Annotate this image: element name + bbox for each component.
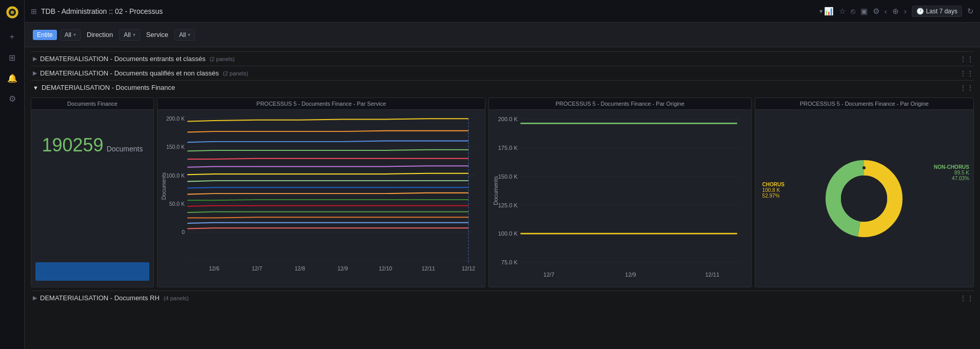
chevron-right-icon-4: ▶ [33,295,37,301]
chart-origine-title: PROCESSUS 5 - Documents Finance - Par Or… [489,98,751,110]
grid-icon: ⊞ [31,7,37,15]
dashboard: ▶ DEMATERIALISATION - Documents entrants… [25,47,980,349]
nonchorus-name: NON-CHORUS [934,164,969,169]
chart-origine-area: 200.0 K 175.0 K 150.0 K 125.0 K 100.0 K … [492,112,748,287]
row-header-row3[interactable]: ▼ DEMATERIALISATION - Documents Finance … [31,80,974,94]
entite-dropdown-arrow: ▾ [73,32,76,37]
row1-title: DEMATERIALISATION - Documents entrants e… [40,55,205,63]
clock-icon: 🕐 [916,8,924,15]
row4-title: DEMATERIALISATION - Documents RH [40,294,160,302]
svg-text:12/6: 12/6 [209,266,219,272]
row3-title: DEMATERIALISATION - Documents Finance [42,84,175,91]
entite-dropdown[interactable]: All ▾ [60,29,81,41]
entite-all-label: All [65,31,71,38]
settings-icon[interactable]: ⚙ [873,7,879,16]
row2-title: DEMATERIALISATION - Documents qualifiés … [40,69,219,77]
svg-text:150.0 K: 150.0 K [498,173,518,180]
chart-service-content: 200.0 K 150.0 K 100.0 K 50.0 K 0 Documen… [158,110,485,287]
refresh-icon[interactable]: ↻ [967,7,974,16]
chart-pie-panel: PROCESSUS 5 - Documents Finance - Par Or… [755,98,974,287]
row4-panel-count: (4 panels) [164,295,189,301]
chevron-right-icon-2: ▶ [33,70,37,76]
nonchorus-value: 89.5 K [934,169,969,175]
resize-handle-icon-2[interactable]: ⋮⋮ [959,69,974,77]
row2-panel-count: (2 panels) [223,70,248,76]
svg-point-2 [10,11,14,14]
filters-bar: Entite All ▾ Direction All ▾ Service All… [25,23,980,47]
donut-chart [813,147,915,250]
sidebar-item-alerts[interactable]: 🔔 [3,69,22,87]
share-icon[interactable]: ⎋ [851,7,855,15]
service-filter-label: Service [143,29,171,40]
svg-text:Documents: Documents [161,172,167,200]
sidebar-item-add[interactable]: + [3,28,22,46]
page-title: TDB - Administration :: 02 - Processus [41,7,818,15]
svg-text:12/12: 12/12 [462,266,475,272]
time-range-picker[interactable]: 🕐 Last 7 days [912,6,962,17]
entite-filter-tag[interactable]: Entite [33,30,57,40]
stat-unit: Documents [107,145,143,153]
chorus-name: CHORUS [762,181,785,187]
chorus-value: 100.8 K [762,187,785,192]
row-header-row1[interactable]: ▶ DEMATERIALISATION - Documents entrants… [31,51,974,66]
chart-icon[interactable]: 📊 [824,7,834,16]
svg-text:100.0 K: 100.0 K [166,173,185,179]
svg-text:12/9: 12/9 [338,266,348,272]
svg-text:Documents: Documents [493,176,499,205]
chevron-right-icon: ▶ [33,55,37,62]
svg-point-41 [863,166,866,169]
svg-text:0: 0 [182,229,185,235]
nonchorus-pct: 47.03% [934,175,969,181]
chorus-label: CHORUS 100.8 K 52.97% [762,181,785,198]
service-all-label: All [179,31,186,38]
chorus-pct: 52.97% [762,192,785,198]
zoom-icon[interactable]: ⊕ [892,7,899,16]
main-content: ⊞ TDB - Administration :: 02 - Processus… [25,0,980,349]
donut-container: CHORUS 100.8 K 52.97% NON-CHORUS 89.5 K … [757,112,971,285]
row-header-row4[interactable]: ▶ DEMATERIALISATION - Documents RH (4 pa… [31,290,974,305]
svg-text:12/11: 12/11 [422,266,435,272]
stat-panel: Documents Finance 190259Documents [31,98,154,287]
chart-service-area: 200.0 K 150.0 K 100.0 K 50.0 K 0 Documen… [161,112,482,287]
direction-dropdown-arrow: ▾ [133,32,135,37]
sidebar-item-settings[interactable]: ⚙ [3,89,22,108]
next-nav-icon[interactable]: › [904,7,907,15]
app-logo[interactable] [4,4,21,21]
svg-text:200.0 K: 200.0 K [498,116,518,122]
star-icon[interactable]: ☆ [839,7,846,16]
resize-handle-icon-3[interactable]: ⋮⋮ [959,84,974,92]
sidebar-item-dashboards[interactable]: ⊞ [3,48,22,67]
svg-text:12/10: 12/10 [379,266,392,272]
stat-panel-content: 190259Documents [31,110,153,287]
chart-pie-content: CHORUS 100.8 K 52.97% NON-CHORUS 89.5 K … [755,110,973,287]
chevron-down-icon: ▼ [33,85,38,91]
panel-icon[interactable]: ▣ [860,7,868,16]
resize-handle-icon[interactable]: ⋮⋮ [959,55,974,63]
stat-sparkline [35,262,149,281]
svg-text:12/11: 12/11 [705,272,720,278]
chart-origine-content: 200.0 K 175.0 K 150.0 K 125.0 K 100.0 K … [489,110,751,287]
nonchorus-label: NON-CHORUS 89.5 K 47.03% [934,164,969,181]
row-header-row2[interactable]: ▶ DEMATERIALISATION - Documents qualifié… [31,66,974,80]
resize-handle-icon-4[interactable]: ⋮⋮ [959,294,974,302]
title-arrow: ▼ [818,8,824,14]
chart-service-title: PROCESSUS 5 - Documents Finance - Par Se… [158,98,485,110]
topbar: ⊞ TDB - Administration :: 02 - Processus… [25,0,980,23]
svg-text:150.0 K: 150.0 K [166,144,185,150]
chart-service-panel: PROCESSUS 5 - Documents Finance - Par Se… [157,98,485,287]
svg-text:125.0 K: 125.0 K [498,202,518,208]
svg-text:100.0 K: 100.0 K [498,230,518,237]
panel-row-finance: Documents Finance 190259Documents PROCES… [31,98,974,287]
service-dropdown[interactable]: All ▾ [174,29,195,41]
row1-panel-count: (2 panels) [209,56,234,62]
chart-origine-panel: PROCESSUS 5 - Documents Finance - Par Or… [488,98,751,287]
svg-text:200.0 K: 200.0 K [166,116,185,122]
svg-text:12/7: 12/7 [543,272,555,278]
prev-nav-icon[interactable]: ‹ [885,7,887,15]
svg-text:12/9: 12/9 [625,272,636,278]
direction-filter-label: Direction [84,29,116,40]
direction-dropdown[interactable]: All ▾ [119,29,140,41]
stat-panel-title: Documents Finance [31,98,153,110]
service-dropdown-arrow: ▾ [188,32,190,37]
sidebar: + ⊞ 🔔 ⚙ [0,0,25,349]
